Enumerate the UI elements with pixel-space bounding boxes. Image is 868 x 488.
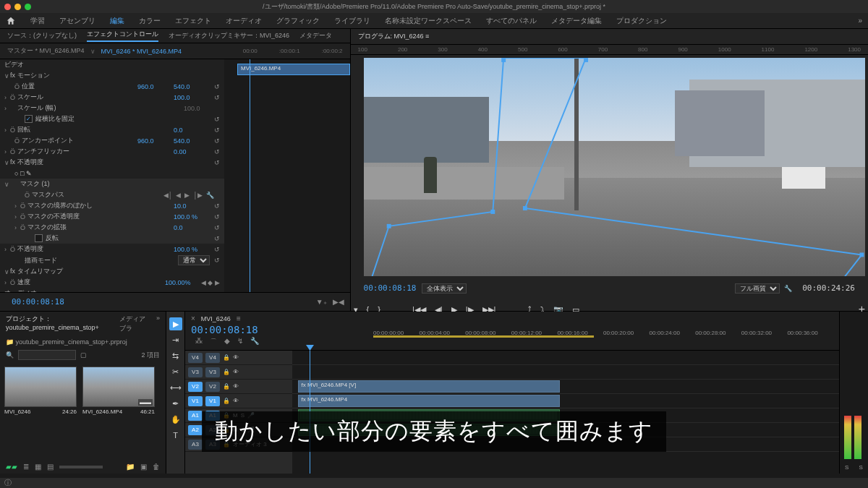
new-item-icon[interactable]: ▣ bbox=[140, 463, 147, 471]
invert-checkbox[interactable] bbox=[35, 234, 43, 242]
fx-opacity[interactable]: 不透明度 bbox=[17, 158, 43, 166]
ws-item[interactable]: オーディオ bbox=[226, 16, 262, 26]
lock-icon[interactable]: 🔒 bbox=[223, 369, 230, 375]
v2-toggle[interactable]: V2 bbox=[205, 382, 220, 392]
tab-audio-mixer[interactable]: オーディオクリップミキサー：MVI_6246 bbox=[169, 31, 289, 40]
eye-icon[interactable]: 👁 bbox=[233, 398, 239, 404]
lock-icon[interactable]: 🔒 bbox=[223, 354, 230, 361]
anchor-x[interactable]: 960.0 bbox=[137, 137, 174, 145]
status-info-icon[interactable]: ⓘ bbox=[4, 478, 12, 488]
wrench-icon[interactable]: 🔧 bbox=[250, 337, 259, 347]
reset-icon[interactable]: ↺ bbox=[210, 116, 220, 123]
zoom-slider[interactable] bbox=[59, 466, 103, 468]
ws-item[interactable]: 学習 bbox=[30, 16, 45, 26]
eye-icon[interactable]: 👁 bbox=[233, 383, 239, 390]
reset-icon[interactable]: ↺ bbox=[210, 83, 220, 90]
bin-icon[interactable]: ▢ bbox=[80, 351, 87, 359]
razor-tool[interactable]: ✂ bbox=[169, 365, 182, 378]
ec-lane-clip[interactable]: MVI_6246.MP4 bbox=[237, 64, 350, 75]
overflow-icon[interactable]: » bbox=[858, 17, 862, 25]
quality-select[interactable]: フル画質 bbox=[735, 283, 780, 294]
project-search-input[interactable] bbox=[18, 350, 76, 360]
eye-icon[interactable]: 👁 bbox=[233, 369, 239, 375]
speed-value[interactable]: 100.00% bbox=[165, 279, 201, 286]
ec-clip-link[interactable]: MVI_6246 * MVI_6246.MP4 bbox=[101, 48, 182, 55]
position-y[interactable]: 540.0 bbox=[174, 83, 210, 90]
linked-selection-icon[interactable]: ⌒ bbox=[210, 337, 217, 347]
next-frame-icon[interactable]: │▶ bbox=[193, 192, 203, 199]
tab-media-browser[interactable]: メディアブラ bbox=[119, 314, 149, 333]
v2-source[interactable]: V2 bbox=[188, 382, 203, 392]
type-tool[interactable]: T bbox=[169, 429, 182, 442]
a1-source[interactable]: A1 bbox=[188, 411, 203, 421]
fit-select[interactable]: 全体表示 bbox=[422, 283, 467, 294]
tab-source[interactable]: ソース：(クリップなし) bbox=[7, 31, 77, 40]
play-icon[interactable]: ▶ bbox=[184, 192, 190, 199]
lock-icon[interactable]: 🔒 bbox=[223, 383, 230, 390]
ws-item[interactable]: プロダクション bbox=[616, 16, 667, 26]
track-select-tool[interactable]: ⇥ bbox=[169, 333, 182, 346]
project-item[interactable]: MVI_624624:26 bbox=[4, 367, 77, 415]
prev-frame-icon[interactable]: ◀ bbox=[176, 192, 181, 199]
scale-value[interactable]: 100.0 bbox=[174, 94, 210, 101]
track-back-icon[interactable]: ◀│ bbox=[163, 192, 173, 199]
rect-mask-icon[interactable]: □ bbox=[20, 170, 24, 177]
solo-r[interactable]: S bbox=[859, 464, 863, 471]
mask-opacity-value[interactable]: 100.0 % bbox=[174, 213, 210, 221]
icon-view-icon[interactable]: ▦ bbox=[35, 463, 41, 471]
fx-motion[interactable]: モーション bbox=[17, 72, 50, 79]
wrench-icon[interactable]: 🔧 bbox=[784, 285, 792, 292]
reset-icon[interactable]: ↺ bbox=[210, 148, 220, 155]
position-x[interactable]: 960.0 bbox=[137, 83, 174, 90]
sequence-name[interactable]: MVI_6246 bbox=[201, 315, 231, 322]
ws-item[interactable]: グラフィック bbox=[276, 16, 320, 26]
tab-effect-controls[interactable]: エフェクトコントロール bbox=[87, 30, 158, 42]
antiflicker-value[interactable]: 0.00 bbox=[174, 148, 210, 155]
filter-icon[interactable]: ▼₊ bbox=[316, 298, 327, 306]
v4-toggle[interactable]: V4 bbox=[205, 353, 220, 363]
eye-icon[interactable]: 👁 bbox=[233, 354, 239, 361]
solo-l[interactable]: S bbox=[845, 464, 848, 471]
hand-tool[interactable]: ✋ bbox=[169, 413, 182, 426]
close-window-button[interactable] bbox=[4, 4, 11, 10]
pen-tool[interactable]: ✒ bbox=[169, 397, 182, 410]
pen-mask-icon[interactable]: ✎ bbox=[26, 170, 32, 177]
ellipse-mask-icon[interactable]: ○ bbox=[14, 170, 18, 177]
wrench-icon[interactable]: 🔧 bbox=[206, 192, 214, 199]
ec-playhead[interactable] bbox=[250, 59, 250, 292]
v4-source[interactable]: V4 bbox=[188, 353, 203, 363]
ws-item[interactable]: アセンブリ bbox=[59, 16, 95, 26]
timeline-timecode[interactable]: 00:00:08:18 bbox=[191, 322, 259, 337]
tab-project[interactable]: プロジェクト：youtube_premire_cinema_stop+ bbox=[6, 314, 112, 333]
snap-icon[interactable]: ⁂ bbox=[195, 337, 203, 347]
reset-icon[interactable]: ↺ bbox=[210, 235, 220, 242]
settings-icon[interactable]: ↯ bbox=[237, 337, 243, 347]
ws-item[interactable]: ライブラリ bbox=[334, 16, 370, 26]
selection-tool[interactable]: ▶ bbox=[169, 317, 182, 330]
ripple-edit-tool[interactable]: ⇆ bbox=[169, 349, 182, 362]
mask-1[interactable]: マスク (1) bbox=[20, 179, 220, 189]
home-icon[interactable] bbox=[6, 16, 16, 26]
v1-source[interactable]: V1 bbox=[188, 396, 203, 406]
ws-item-active[interactable]: 編集 bbox=[110, 16, 124, 26]
rotation-value[interactable]: 0.0 bbox=[174, 127, 210, 134]
program-tc-left[interactable]: 00:00:08:18 bbox=[358, 281, 422, 296]
v3-source[interactable]: V3 bbox=[188, 367, 203, 377]
a3-source[interactable]: A3 bbox=[188, 440, 203, 450]
mask-feather-value[interactable]: 10.0 bbox=[174, 202, 210, 210]
lock-icon[interactable]: 🔒 bbox=[223, 398, 230, 404]
minimize-window-button[interactable] bbox=[14, 4, 21, 10]
overflow-icon[interactable]: » bbox=[156, 314, 160, 333]
new-bin-icon[interactable]: 📁 bbox=[126, 463, 135, 471]
reset-icon[interactable]: ↺ bbox=[210, 213, 220, 221]
reset-icon[interactable]: ↺ bbox=[210, 246, 220, 253]
ec-zoom-icon[interactable]: ▶◀ bbox=[333, 298, 344, 306]
marker-icon[interactable]: ◆ bbox=[224, 337, 230, 347]
ws-item[interactable]: エフェクト bbox=[175, 16, 211, 26]
timeline-ruler[interactable]: 00:00:00:00 00:00:04:00 00:00:08:00 00:0… bbox=[373, 325, 833, 338]
fx-timeremap[interactable]: タイムリマップ bbox=[17, 267, 63, 275]
a2-source[interactable]: A2 bbox=[188, 425, 203, 435]
keyframe-nav[interactable]: ◀ ◆ ▶ bbox=[201, 279, 220, 286]
v3-toggle[interactable]: V3 bbox=[205, 367, 220, 377]
project-item[interactable]: ▬▬ MVI_6246.MP446:21 bbox=[82, 367, 155, 415]
